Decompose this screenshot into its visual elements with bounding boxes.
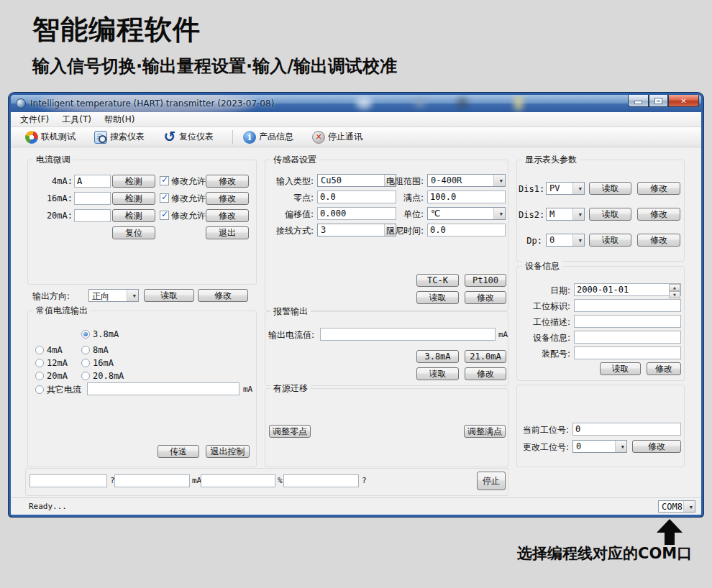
trim-4ma-detect-button[interactable]: 检测: [112, 175, 155, 188]
dis2-read-button[interactable]: 读取: [589, 208, 631, 221]
glass-blur-decoration: [457, 97, 468, 109]
titlebar: Intelligent temperature (HART) transmitt…: [11, 95, 701, 112]
trim-16ma-input[interactable]: [74, 192, 111, 205]
radio-20-8ma[interactable]: [81, 372, 90, 380]
menu-file[interactable]: 文件(F): [14, 112, 55, 127]
minimize-button[interactable]: [628, 95, 649, 107]
online-test-button[interactable]: 联机测试: [25, 131, 76, 144]
radio-8ma[interactable]: [81, 346, 90, 354]
dis2-modify-button[interactable]: 修改: [637, 208, 680, 221]
alarm-read-button[interactable]: 读取: [416, 367, 459, 380]
dp-combo[interactable]: 0: [546, 234, 585, 247]
constant-current-group: 常值电流输出 3.8mA 4mA 8mA 12mA 16mA 20mA 20.8…: [27, 311, 257, 467]
current-station-label: 当前工位号:: [519, 423, 569, 436]
spinner-up-icon[interactable]: ▲: [669, 284, 680, 291]
trim-4ma-input[interactable]: [74, 175, 111, 188]
full-input[interactable]: [427, 190, 506, 203]
station-desc-input[interactable]: [574, 315, 681, 328]
trim-4ma-allow-checkbox[interactable]: [160, 176, 169, 185]
dis2-label: Dis2:: [519, 208, 542, 221]
info-circle-icon: [243, 131, 256, 144]
radio-12ma[interactable]: [35, 359, 44, 367]
radio-20ma[interactable]: [35, 372, 44, 380]
send-button[interactable]: 传送: [158, 445, 199, 458]
adjust-zero-button[interactable]: 调整零点: [269, 425, 311, 438]
annotation-text: 选择编程线对应的COM口: [517, 543, 692, 564]
radio-16ma[interactable]: [81, 359, 90, 367]
close-button[interactable]: ✕: [668, 95, 699, 107]
pt100-button[interactable]: Pt100: [465, 274, 506, 287]
dp-read-button[interactable]: 读取: [589, 234, 631, 247]
output-direction-read-button[interactable]: 读取: [144, 289, 194, 302]
group-title: 显示表头参数: [522, 155, 580, 165]
spinner-down-icon[interactable]: ▼: [669, 291, 680, 298]
change-station-modify-button[interactable]: 修改: [632, 440, 681, 453]
output-direction-combo[interactable]: 正向: [88, 289, 139, 302]
radio-other-current[interactable]: [35, 385, 44, 394]
adjust-full-button[interactable]: 调整满点: [464, 425, 506, 438]
date-label: 日期:: [521, 284, 570, 297]
date-input[interactable]: [574, 283, 681, 296]
resistance-range-combo[interactable]: 0-400R: [427, 174, 506, 187]
measure-input-2[interactable]: [114, 474, 190, 487]
trim-20ma-modify-button[interactable]: 修改: [206, 209, 249, 222]
trim-exit-button[interactable]: 退出: [206, 226, 249, 239]
active-migration-group: 有源迁移 调整零点 调整满点: [265, 388, 508, 467]
radio-4ma[interactable]: [35, 346, 44, 354]
trim-16ma-detect-button[interactable]: 检测: [112, 192, 155, 205]
product-info-button[interactable]: 产品信息: [243, 131, 293, 144]
measure-input-1[interactable]: [29, 474, 107, 487]
measure-input-4[interactable]: [283, 474, 359, 487]
wiring-label: 接线方式:: [267, 224, 314, 237]
stop-comm-button[interactable]: 停止通讯: [312, 131, 362, 144]
dp-modify-button[interactable]: 修改: [637, 234, 680, 247]
alarm-modify-button[interactable]: 修改: [465, 367, 506, 380]
trim-reset-button[interactable]: 复位: [112, 226, 155, 239]
trim-row-20ma: 20mA: 检测 修改允许 修改: [28, 209, 256, 222]
alarm-low-button[interactable]: 3.8mA: [416, 350, 459, 363]
search-instrument-button[interactable]: 搜索仪表: [94, 131, 145, 144]
radio-3-8ma[interactable]: [81, 330, 90, 339]
status-text: Ready...: [29, 502, 67, 511]
output-direction-modify-button[interactable]: 修改: [198, 289, 248, 302]
trim-20ma-input[interactable]: [74, 209, 111, 222]
sensor-read-button[interactable]: 读取: [416, 291, 459, 304]
offset-label: 偏移值:: [267, 208, 314, 221]
separator-percent: %: [278, 474, 283, 487]
reset-instrument-button[interactable]: 复位仪表: [163, 131, 214, 144]
other-current-input[interactable]: [87, 382, 239, 395]
trim-20ma-detect-button[interactable]: 检测: [112, 209, 155, 222]
dis1-read-button[interactable]: 读取: [589, 182, 631, 195]
device-modify-button[interactable]: 修改: [647, 362, 681, 375]
damping-input[interactable]: [427, 224, 506, 236]
station-id-input[interactable]: [574, 299, 681, 312]
dis2-combo[interactable]: M: [546, 208, 585, 221]
menu-tools[interactable]: 工具(T): [55, 112, 98, 127]
alarm-high-button[interactable]: 21.0mA: [465, 350, 506, 363]
assembly-input[interactable]: [574, 346, 681, 359]
trim-row-16ma: 16mA: 检测 修改允许 修改: [28, 192, 256, 205]
trim-20ma-allow-checkbox[interactable]: [160, 211, 169, 220]
exit-control-button[interactable]: 退出控制: [206, 445, 250, 458]
current-station-input[interactable]: [572, 423, 681, 436]
search-instrument-label: 搜索仪表: [110, 131, 145, 143]
unit-combo[interactable]: ℃: [427, 207, 506, 220]
date-spinner[interactable]: ▲▼: [669, 284, 680, 298]
device-read-button[interactable]: 读取: [600, 362, 641, 375]
trim-16ma-allow-checkbox[interactable]: [160, 193, 169, 203]
stop-button[interactable]: 停止: [477, 472, 506, 490]
dis1-combo[interactable]: PV: [546, 182, 585, 195]
maximize-icon: [655, 98, 662, 104]
device-info-input[interactable]: [574, 331, 681, 344]
trim-4ma-modify-button[interactable]: 修改: [206, 175, 249, 188]
alarm-current-input[interactable]: [320, 328, 496, 341]
dis1-modify-button[interactable]: 修改: [637, 182, 680, 195]
measure-input-3[interactable]: [201, 474, 275, 487]
trim-16ma-modify-button[interactable]: 修改: [206, 192, 249, 205]
change-station-combo[interactable]: 0: [572, 440, 627, 453]
tck-button[interactable]: TC-K: [416, 274, 459, 287]
sensor-modify-button[interactable]: 修改: [465, 291, 506, 304]
com-port-combo[interactable]: COM8: [658, 500, 695, 513]
menu-help[interactable]: 帮助(H): [98, 112, 141, 127]
maximize-button[interactable]: [649, 95, 668, 107]
